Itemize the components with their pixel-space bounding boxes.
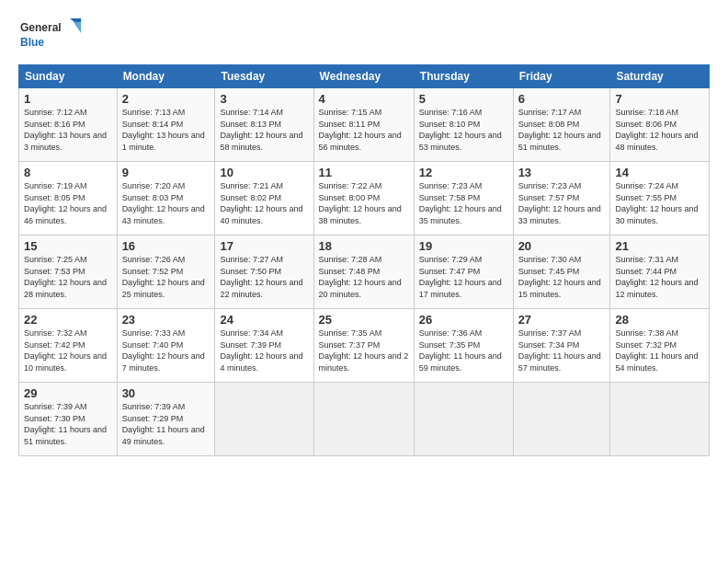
day-info: Sunrise: 7:23 AMSunset: 7:57 PMDaylight:…	[518, 180, 606, 226]
calendar-cell: 14Sunrise: 7:24 AMSunset: 7:55 PMDayligh…	[610, 162, 710, 236]
day-info: Sunrise: 7:26 AMSunset: 7:52 PMDaylight:…	[122, 254, 210, 300]
day-number: 17	[220, 239, 308, 253]
day-info: Sunrise: 7:39 AMSunset: 7:30 PMDaylight:…	[24, 401, 112, 447]
calendar-cell: 18Sunrise: 7:28 AMSunset: 7:48 PMDayligh…	[313, 236, 414, 309]
col-header-friday: Friday	[513, 65, 610, 88]
day-number: 22	[24, 313, 112, 327]
day-number: 7	[615, 92, 704, 106]
day-info: Sunrise: 7:21 AMSunset: 8:02 PMDaylight:…	[220, 180, 308, 226]
day-number: 6	[518, 92, 606, 106]
calendar-cell: 5Sunrise: 7:16 AMSunset: 8:10 PMDaylight…	[414, 88, 513, 162]
calendar-cell: 12Sunrise: 7:23 AMSunset: 7:58 PMDayligh…	[414, 162, 513, 236]
day-number: 4	[319, 92, 409, 106]
calendar-cell: 4Sunrise: 7:15 AMSunset: 8:11 PMDaylight…	[313, 88, 414, 162]
calendar-cell: 6Sunrise: 7:17 AMSunset: 8:08 PMDaylight…	[513, 88, 610, 162]
day-number: 20	[518, 239, 606, 253]
table-row: 15Sunrise: 7:25 AMSunset: 7:53 PMDayligh…	[19, 236, 710, 309]
day-info: Sunrise: 7:17 AMSunset: 8:08 PMDaylight:…	[518, 107, 606, 153]
calendar-cell: 19Sunrise: 7:29 AMSunset: 7:47 PMDayligh…	[414, 236, 513, 309]
day-number: 15	[24, 239, 112, 253]
calendar-cell: 25Sunrise: 7:35 AMSunset: 7:37 PMDayligh…	[313, 309, 414, 383]
calendar-cell: 9Sunrise: 7:20 AMSunset: 8:03 PMDaylight…	[117, 162, 215, 236]
calendar-cell: 20Sunrise: 7:30 AMSunset: 7:45 PMDayligh…	[513, 236, 610, 309]
day-number: 18	[319, 239, 409, 253]
day-number: 12	[419, 166, 508, 179]
day-info: Sunrise: 7:18 AMSunset: 8:06 PMDaylight:…	[615, 107, 704, 153]
day-info: Sunrise: 7:24 AMSunset: 7:55 PMDaylight:…	[615, 180, 704, 226]
day-info: Sunrise: 7:32 AMSunset: 7:42 PMDaylight:…	[24, 327, 112, 373]
day-info: Sunrise: 7:39 AMSunset: 7:29 PMDaylight:…	[122, 401, 210, 447]
calendar-cell: 8Sunrise: 7:19 AMSunset: 8:05 PMDaylight…	[19, 162, 118, 236]
day-number: 3	[220, 92, 308, 106]
day-info: Sunrise: 7:38 AMSunset: 7:32 PMDaylight:…	[615, 327, 704, 373]
day-info: Sunrise: 7:16 AMSunset: 8:10 PMDaylight:…	[419, 107, 508, 153]
day-info: Sunrise: 7:30 AMSunset: 7:45 PMDaylight:…	[518, 254, 606, 300]
day-info: Sunrise: 7:23 AMSunset: 7:58 PMDaylight:…	[419, 180, 508, 226]
col-header-tuesday: Tuesday	[215, 65, 313, 88]
calendar-cell: 7Sunrise: 7:18 AMSunset: 8:06 PMDaylight…	[610, 88, 710, 162]
calendar-cell: 17Sunrise: 7:27 AMSunset: 7:50 PMDayligh…	[215, 236, 313, 309]
day-number: 2	[122, 92, 210, 106]
day-number: 10	[220, 166, 308, 179]
calendar-cell: 26Sunrise: 7:36 AMSunset: 7:35 PMDayligh…	[414, 309, 513, 383]
day-info: Sunrise: 7:33 AMSunset: 7:40 PMDaylight:…	[122, 327, 210, 373]
logo-svg: General Blue	[18, 17, 83, 55]
calendar-cell: 1Sunrise: 7:12 AMSunset: 8:16 PMDaylight…	[19, 88, 118, 162]
calendar-cell: 3Sunrise: 7:14 AMSunset: 8:13 PMDaylight…	[215, 88, 313, 162]
calendar-cell	[513, 383, 610, 456]
col-header-saturday: Saturday	[610, 65, 710, 88]
col-header-thursday: Thursday	[414, 65, 513, 88]
svg-text:Blue: Blue	[20, 36, 44, 49]
calendar-cell: 16Sunrise: 7:26 AMSunset: 7:52 PMDayligh…	[117, 236, 215, 309]
calendar-cell: 28Sunrise: 7:38 AMSunset: 7:32 PMDayligh…	[610, 309, 710, 383]
calendar-cell: 30Sunrise: 7:39 AMSunset: 7:29 PMDayligh…	[117, 383, 215, 456]
day-info: Sunrise: 7:37 AMSunset: 7:34 PMDaylight:…	[518, 327, 606, 373]
day-info: Sunrise: 7:15 AMSunset: 8:11 PMDaylight:…	[319, 107, 409, 153]
day-info: Sunrise: 7:27 AMSunset: 7:50 PMDaylight:…	[220, 254, 308, 300]
day-number: 21	[615, 239, 704, 253]
day-number: 26	[419, 313, 508, 327]
day-info: Sunrise: 7:13 AMSunset: 8:14 PMDaylight:…	[122, 107, 210, 153]
calendar-cell: 24Sunrise: 7:34 AMSunset: 7:39 PMDayligh…	[215, 309, 313, 383]
day-number: 25	[319, 313, 409, 327]
day-info: Sunrise: 7:25 AMSunset: 7:53 PMDaylight:…	[24, 254, 112, 300]
col-header-monday: Monday	[117, 65, 215, 88]
day-number: 23	[122, 313, 210, 327]
calendar-cell: 11Sunrise: 7:22 AMSunset: 8:00 PMDayligh…	[313, 162, 414, 236]
day-info: Sunrise: 7:14 AMSunset: 8:13 PMDaylight:…	[220, 107, 308, 153]
calendar-cell: 29Sunrise: 7:39 AMSunset: 7:30 PMDayligh…	[19, 383, 118, 456]
day-number: 29	[24, 386, 112, 400]
calendar-cell	[610, 383, 710, 456]
calendar-cell	[215, 383, 313, 456]
day-number: 11	[319, 166, 409, 179]
col-header-wednesday: Wednesday	[313, 65, 414, 88]
day-number: 13	[518, 166, 606, 179]
day-info: Sunrise: 7:31 AMSunset: 7:44 PMDaylight:…	[615, 254, 704, 300]
table-row: 29Sunrise: 7:39 AMSunset: 7:30 PMDayligh…	[19, 383, 710, 456]
day-info: Sunrise: 7:19 AMSunset: 8:05 PMDaylight:…	[24, 180, 112, 226]
calendar-table: SundayMondayTuesdayWednesdayThursdayFrid…	[18, 64, 710, 456]
calendar-cell: 21Sunrise: 7:31 AMSunset: 7:44 PMDayligh…	[610, 236, 710, 309]
day-number: 8	[24, 166, 112, 179]
table-row: 8Sunrise: 7:19 AMSunset: 8:05 PMDaylight…	[19, 162, 710, 236]
col-header-sunday: Sunday	[19, 65, 118, 88]
day-info: Sunrise: 7:28 AMSunset: 7:48 PMDaylight:…	[319, 254, 409, 300]
day-number: 19	[419, 239, 508, 253]
day-number: 9	[122, 166, 210, 179]
svg-text:General: General	[20, 21, 62, 34]
day-info: Sunrise: 7:36 AMSunset: 7:35 PMDaylight:…	[419, 327, 508, 373]
day-number: 5	[419, 92, 508, 106]
calendar-cell: 10Sunrise: 7:21 AMSunset: 8:02 PMDayligh…	[215, 162, 313, 236]
day-info: Sunrise: 7:29 AMSunset: 7:47 PMDaylight:…	[419, 254, 508, 300]
day-info: Sunrise: 7:12 AMSunset: 8:16 PMDaylight:…	[24, 107, 112, 153]
day-info: Sunrise: 7:34 AMSunset: 7:39 PMDaylight:…	[220, 327, 308, 373]
table-row: 1Sunrise: 7:12 AMSunset: 8:16 PMDaylight…	[19, 88, 710, 162]
calendar-cell: 13Sunrise: 7:23 AMSunset: 7:57 PMDayligh…	[513, 162, 610, 236]
calendar-cell: 22Sunrise: 7:32 AMSunset: 7:42 PMDayligh…	[19, 309, 118, 383]
day-info: Sunrise: 7:20 AMSunset: 8:03 PMDaylight:…	[122, 180, 210, 226]
day-number: 1	[24, 92, 112, 106]
calendar-cell: 15Sunrise: 7:25 AMSunset: 7:53 PMDayligh…	[19, 236, 118, 309]
logo: General Blue	[18, 17, 83, 55]
table-row: 22Sunrise: 7:32 AMSunset: 7:42 PMDayligh…	[19, 309, 710, 383]
day-number: 28	[615, 313, 704, 327]
